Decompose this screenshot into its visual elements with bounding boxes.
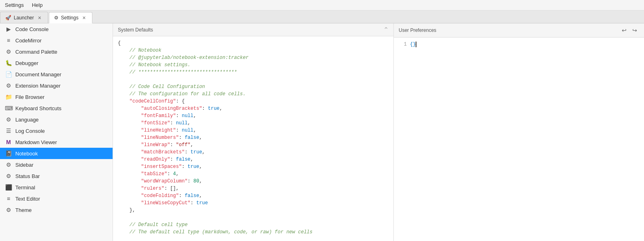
indent-1 [118,106,141,111]
sidebar-item-debugger[interactable]: 🐛 Debugger [0,57,113,69]
comma-9: , [199,164,202,170]
text-editor-icon: ≡ [5,195,12,202]
close-code-cell: }, [118,207,135,213]
colon-6: : [179,135,184,140]
comment-default-cell: // Default cell type [118,222,188,228]
sidebar-item-file-browser[interactable]: 📁 File Browser [0,91,113,103]
menu-help[interactable]: Help [30,1,44,9]
sidebar-item-language[interactable]: ⚙ Language [0,114,113,125]
tab-settings-close[interactable]: × [81,15,87,21]
sidebar-item-extension-manager[interactable]: ⚙ Extension Manager [0,80,113,91]
sidebar-item-command-palette[interactable]: ⚙ Command Palette [0,46,113,57]
sidebar-item-text-editor-label: Text Editor [15,196,40,202]
sidebar-item-log-console-label: Log Console [15,128,45,134]
code-folding-val: false [185,193,199,199]
tab-bar: 🚀 Launcher × ⚙ Settings × [0,10,644,23]
comment-default-cell-desc: // The default cell type (markdown, code… [118,229,312,235]
sidebar-item-codemirror[interactable]: ≡ CodeMirror [0,35,113,46]
match-brackets-key: "matchBrackets" [141,149,185,155]
auto-closing-val: true [208,106,220,111]
indent-9 [118,164,141,170]
colon-13: : [], [164,186,179,191]
colon-1: : { [176,98,185,104]
sidebar-item-sidebar-label: Sidebar [15,162,33,168]
sidebar-item-extension-manager-label: Extension Manager [15,83,61,89]
colon-12: : [188,178,193,184]
tab-launcher-close[interactable]: × [36,15,43,21]
editor-content: {} [410,41,644,238]
sidebar-item-text-editor[interactable]: ≡ Text Editor [0,193,113,204]
terminal-icon: ⬛ [5,184,12,191]
sidebar-item-command-palette-label: Command Palette [15,49,57,55]
colon-15: : [190,200,196,206]
line-wise-copy-val: true [196,200,208,206]
comma-3: , [188,120,190,126]
user-prefs-editor[interactable]: 1 {} [394,38,644,241]
tab-settings[interactable]: ⚙ Settings × [49,12,92,23]
indent-2 [118,113,141,119]
indent-8 [118,157,141,162]
comment-settings: // Notebook settings. [118,62,190,68]
tab-settings-label: Settings [61,15,78,21]
log-console-icon: ☰ [5,128,12,134]
sidebar-item-document-manager-label: Document Manager [15,71,61,78]
colon-10: : [182,164,187,170]
redo-button[interactable]: ↪ [630,26,639,35]
system-defaults-pane: System Defaults ⌃ { // Notebook // @jupy… [113,23,394,241]
colon-8: : [185,149,190,155]
colon-5: : [176,128,182,133]
sidebar-item-status-bar[interactable]: ⚙ Status Bar [0,170,113,182]
menu-settings[interactable]: Settings [3,1,25,9]
markdown-viewer-icon: M [5,139,12,145]
line-number-1: 1 [395,41,407,48]
user-prefs-title: User Preferences [399,27,436,33]
line-height-key: "lineHeight" [141,128,176,133]
sidebar-item-keyboard-shortcuts[interactable]: ⌨ Keyboard Shortcuts [0,103,113,114]
comma-1: , [220,106,222,111]
sidebar-item-notebook[interactable]: 📓 Notebook [0,148,113,159]
sidebar-item-document-manager[interactable]: 📄 Document Manager [0,69,113,80]
scroll-indicator: ⌃ [383,26,389,34]
sidebar-item-language-label: Language [15,117,39,123]
keyboard-shortcuts-icon: ⌨ [5,105,12,111]
sidebar-item-markdown-viewer[interactable]: M Markdown Viewer [0,136,113,148]
colon-4: : [170,120,176,126]
undo-icon: ↩ [622,27,627,34]
extension-manager-icon: ⚙ [5,82,12,89]
launcher-icon: 🚀 [5,15,11,21]
colon-3: : [176,113,182,119]
comma-8: , [190,157,193,162]
language-icon: ⚙ [5,116,12,123]
font-family-key: "fontFamily" [141,113,176,119]
line-numbers: 1 [394,41,410,238]
colon-7: : [170,142,176,148]
comment-notebook: // Notebook [118,48,161,53]
tab-launcher[interactable]: 🚀 Launcher × [0,12,48,23]
undo-button[interactable]: ↩ [620,26,629,35]
sidebar-item-codemirror-label: CodeMirror [15,38,42,44]
sidebar-item-sidebar[interactable]: ⚙ Sidebar [0,159,113,170]
user-prefs-header: User Preferences ↩ ↪ [394,23,644,38]
comma-7: , [202,149,205,155]
sidebar-item-terminal[interactable]: ⬛ Terminal [0,182,113,193]
sidebar-item-code-console[interactable]: ▶ Code Console [0,23,113,35]
font-size-key: "fontSize" [141,120,170,126]
editor-open-brace: {} [410,42,416,47]
system-defaults-code[interactable]: { // Notebook // @jupyterlab/notebook-ex… [113,36,393,241]
sidebar-item-debugger-label: Debugger [15,60,38,66]
indent-5 [118,135,141,140]
colon-9: : [170,157,176,162]
text-cursor [416,42,416,47]
codemirror-icon: ≡ [5,37,12,44]
insert-spaces-val: true [188,164,199,170]
line-wise-copy-key: "lineWiseCopyCut" [141,200,190,206]
comma-10: , [176,171,179,177]
sidebar-item-theme[interactable]: ⚙ Theme [0,204,113,216]
indent-14 [118,200,141,206]
line-wrap-val: "off" [176,142,190,148]
indent-4 [118,128,141,133]
rulers-key: "rulers" [141,186,165,191]
indent-3 [118,120,141,126]
tab-size-val: 4 [173,171,176,177]
sidebar-item-log-console[interactable]: ☰ Log Console [0,125,113,136]
